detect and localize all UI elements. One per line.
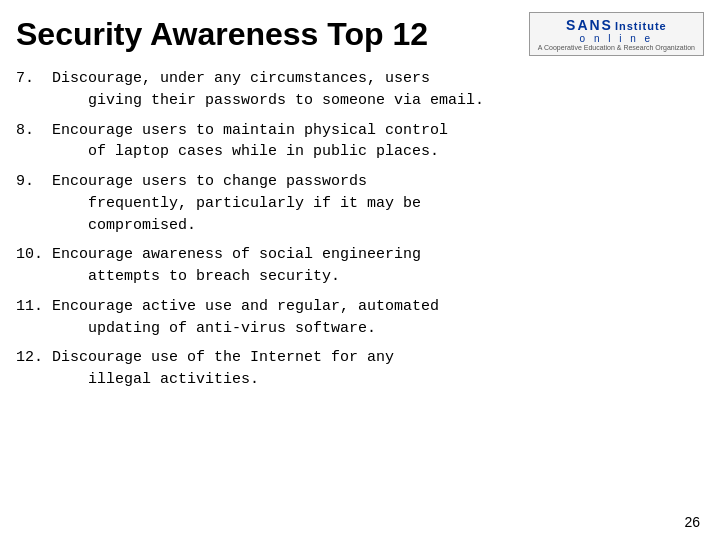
item-number: 11. xyxy=(16,296,52,340)
list-item: 10.Encourage awareness of social enginee… xyxy=(16,244,704,288)
logo-online-text: o n l i n e xyxy=(580,33,654,44)
logo-sans-text: SANS xyxy=(566,17,613,33)
item-number: 7. xyxy=(16,68,52,112)
list-item: 8.Encourage users to maintain physical c… xyxy=(16,120,704,164)
list-item: 9.Encourage users to change passwords fr… xyxy=(16,171,704,236)
item-text: Encourage active use and regular, automa… xyxy=(52,296,704,340)
list-item: 11.Encourage active use and regular, aut… xyxy=(16,296,704,340)
item-number: 10. xyxy=(16,244,52,288)
page-number: 26 xyxy=(684,514,700,530)
content-area: 7.Discourage, under any circumstances, u… xyxy=(0,64,720,391)
item-text: Encourage users to maintain physical con… xyxy=(52,120,704,164)
item-text: Discourage use of the Internet for any i… xyxy=(52,347,704,391)
page-header: Security Awareness Top 12 SANS Institute… xyxy=(0,0,720,64)
item-text: Encourage users to change passwords freq… xyxy=(52,171,704,236)
logo-subtitle-text: A Cooperative Education & Research Organ… xyxy=(538,44,695,51)
list-item: 12.Discourage use of the Internet for an… xyxy=(16,347,704,391)
item-number: 8. xyxy=(16,120,52,164)
sans-logo: SANS Institute o n l i n e A Cooperative… xyxy=(529,12,704,56)
item-number: 9. xyxy=(16,171,52,236)
logo-institute-text: Institute xyxy=(615,20,667,32)
item-number: 12. xyxy=(16,347,52,391)
page-title: Security Awareness Top 12 xyxy=(16,16,428,53)
list-item: 7.Discourage, under any circumstances, u… xyxy=(16,68,704,112)
item-text: Discourage, under any circumstances, use… xyxy=(52,68,704,112)
item-text: Encourage awareness of social engineerin… xyxy=(52,244,704,288)
